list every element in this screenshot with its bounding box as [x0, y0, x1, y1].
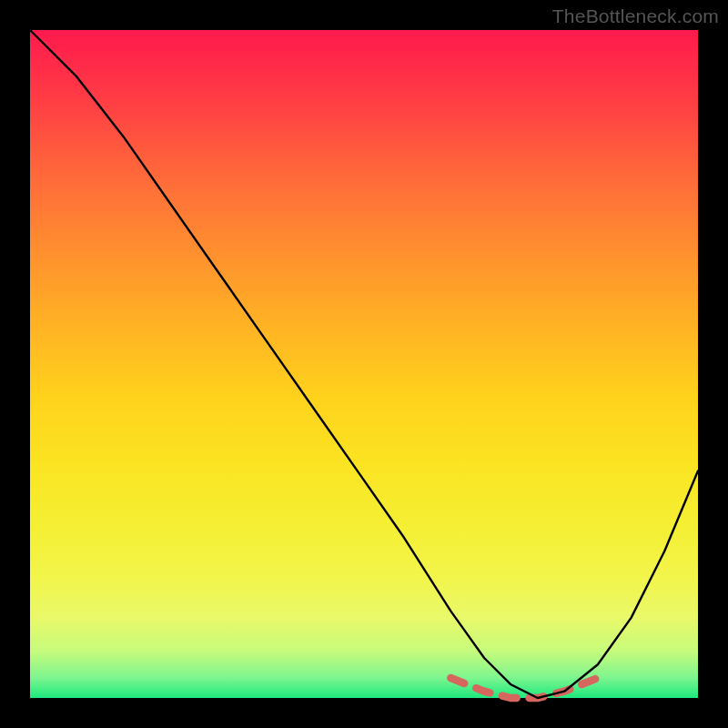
watermark-text: TheBottleneck.com [552, 5, 719, 27]
chart-frame: TheBottleneck.com [0, 0, 728, 728]
plot-area [30, 30, 698, 698]
curve-svg [30, 30, 698, 698]
bottleneck-curve-path [30, 30, 698, 698]
